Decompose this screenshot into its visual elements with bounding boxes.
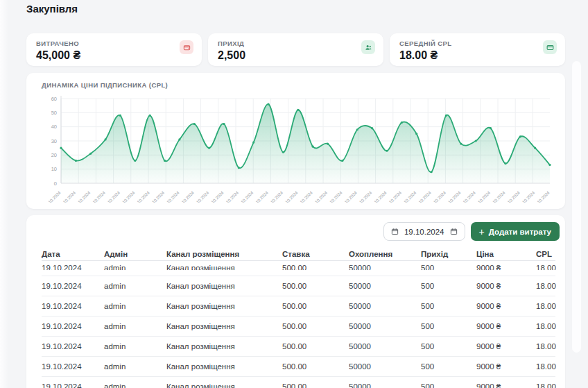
card-icon: [543, 40, 557, 54]
main-content: Закупівля ВИТРАЧЕНО 45,000 ₴ ПРИХІД 2,50…: [26, 0, 565, 388]
users-icon: [361, 40, 375, 54]
svg-text:19.10.2024: 19.10.2024: [517, 189, 535, 203]
svg-text:19.10.2024: 19.10.2024: [325, 189, 343, 203]
table-cell: 18.00: [536, 264, 558, 270]
table-row: 19.10.2024adminКанал розміщення500.00500…: [42, 276, 555, 296]
table-cell: 500.00: [282, 322, 349, 330]
table-cell: Канал розміщення: [166, 382, 282, 388]
table-cell: 19.10.2024: [42, 302, 104, 310]
table-controls: 19.10.2024 + Додати витрату: [383, 222, 560, 241]
svg-text:19.10.2024: 19.10.2024: [236, 189, 254, 203]
table-cell: 50000: [349, 382, 421, 388]
table-cell: 19.10.2024: [42, 382, 104, 388]
column-header: Дата: [42, 250, 104, 258]
svg-text:30: 30: [51, 138, 57, 144]
column-header: Охоплення: [349, 250, 421, 258]
table-cell: 500.00: [282, 302, 349, 310]
svg-text:0: 0: [54, 180, 57, 187]
plus-icon: +: [479, 227, 485, 237]
table-cell: 9000 ₴: [476, 322, 536, 330]
add-expense-button[interactable]: + Додати витрату: [471, 222, 560, 241]
svg-text:19.10.2024: 19.10.2024: [428, 189, 447, 203]
table-cell: 9000 ₴: [476, 342, 536, 351]
stat-value: 45,000 ₴: [36, 49, 192, 62]
stat-card-avg-cpl: СЕРЕДНІЙ CPL 18.00 ₴: [390, 33, 565, 66]
table-cell: 18.00: [536, 302, 558, 310]
svg-text:60: 60: [51, 96, 57, 102]
table-cell: 18.00: [536, 362, 558, 371]
svg-text:19.10.2024: 19.10.2024: [220, 189, 239, 203]
cpl-chart-card: ДИНАМІКА ЦІНИ ПІДПИСНИКА (CPL) 010203040…: [26, 73, 565, 209]
table-cell: 500.00: [282, 362, 349, 371]
table-cell: 19.10.2024: [42, 264, 104, 270]
svg-text:19.10.2024: 19.10.2024: [117, 189, 136, 203]
table-cell: 500: [421, 264, 476, 270]
table-cell: 18.00: [536, 342, 558, 351]
stat-card-spent: ВИТРАЧЕНО 45,000 ₴: [26, 33, 202, 66]
stat-value: 18.00 ₴: [399, 49, 555, 62]
date-picker-value[interactable]: 19.10.2024: [404, 228, 444, 236]
svg-text:19.10.2024: 19.10.2024: [265, 189, 284, 203]
table-body: 19.10.2024adminКанал розміщення500.00500…: [42, 261, 555, 388]
table-cell: 500: [421, 302, 476, 310]
table-header-row: Дата Адмін Канал розміщення Ставка Охопл…: [42, 247, 555, 261]
table-cell: 50000: [349, 362, 421, 371]
svg-text:19.10.2024: 19.10.2024: [73, 189, 92, 203]
table-cell: admin: [104, 302, 166, 310]
table-cell: admin: [104, 382, 166, 388]
table-cell: 50000: [349, 302, 421, 310]
table-cell: 18.00: [536, 322, 558, 330]
svg-text:19.10.2024: 19.10.2024: [383, 189, 402, 203]
svg-text:19.10.2024: 19.10.2024: [206, 189, 225, 203]
calendar-icon[interactable]: [450, 228, 458, 235]
svg-text:19.10.2024: 19.10.2024: [87, 189, 106, 203]
svg-text:50: 50: [51, 110, 57, 116]
svg-text:19.10.2024: 19.10.2024: [295, 189, 313, 203]
svg-text:19.10.2024: 19.10.2024: [191, 189, 209, 203]
svg-text:19.10.2024: 19.10.2024: [146, 189, 165, 203]
table-row: 19.10.2024adminКанал розміщення500.00500…: [42, 377, 555, 388]
wallet-icon: [180, 40, 193, 54]
table-cell: 50000: [349, 342, 421, 351]
table-row: 19.10.2024adminКанал розміщення500.00500…: [42, 296, 555, 317]
table-cell: Канал розміщення: [166, 362, 282, 371]
table-cell: 500.00: [282, 342, 349, 351]
svg-text:19.10.2024: 19.10.2024: [102, 189, 121, 203]
table-cell: 18.00: [536, 282, 558, 290]
table-cell: 500: [421, 382, 476, 388]
table-cell: Канал розміщення: [166, 322, 282, 330]
svg-text:19.10.2024: 19.10.2024: [354, 189, 372, 203]
table-cell: 19.10.2024: [42, 362, 104, 371]
svg-text:19.10.2024: 19.10.2024: [472, 189, 491, 203]
stat-label: ПРИХІД: [218, 40, 374, 47]
date-picker-input[interactable]: 19.10.2024: [383, 222, 465, 241]
table-cell: 500.00: [282, 264, 349, 270]
table-cell: 19.10.2024: [42, 322, 104, 330]
left-edge-highlight: [0, 0, 8, 388]
table-cell: 9000 ₴: [476, 382, 536, 388]
stat-card-income: ПРИХІД 2,500: [208, 33, 383, 66]
svg-text:19.10.2024: 19.10.2024: [399, 189, 417, 203]
table-cell: 9000 ₴: [476, 302, 536, 310]
calendar-icon[interactable]: [391, 228, 399, 235]
table-cell: 500: [421, 362, 476, 371]
column-header: Прихід: [421, 250, 476, 258]
table-cell: 500: [421, 342, 476, 351]
svg-text:19.10.2024: 19.10.2024: [132, 189, 150, 203]
table-cell: 50000: [349, 322, 421, 330]
svg-text:19.10.2024: 19.10.2024: [250, 189, 269, 203]
svg-text:19.10.2024: 19.10.2024: [339, 189, 358, 203]
page-title: Закупівля: [26, 3, 78, 15]
svg-text:19.10.2024: 19.10.2024: [176, 189, 195, 203]
table-row: 19.10.2024adminКанал розміщення500.00500…: [42, 317, 555, 337]
column-header: Ставка: [282, 250, 349, 258]
svg-text:19.10.2024: 19.10.2024: [532, 189, 551, 203]
page-scrollbar[interactable]: [572, 61, 581, 353]
table-cell: Канал розміщення: [166, 342, 282, 351]
svg-text:19.10.2024: 19.10.2024: [162, 189, 180, 203]
table-cell: 9000 ₴: [476, 264, 536, 270]
svg-text:19.10.2024: 19.10.2024: [443, 189, 462, 203]
cpl-chart: 010203040506019.10.202419.10.202419.10.2…: [33, 92, 554, 203]
stats-row: ВИТРАЧЕНО 45,000 ₴ ПРИХІД 2,500 СЕРЕДНІЙ…: [26, 33, 565, 66]
table-cell: 18.00: [536, 382, 558, 388]
